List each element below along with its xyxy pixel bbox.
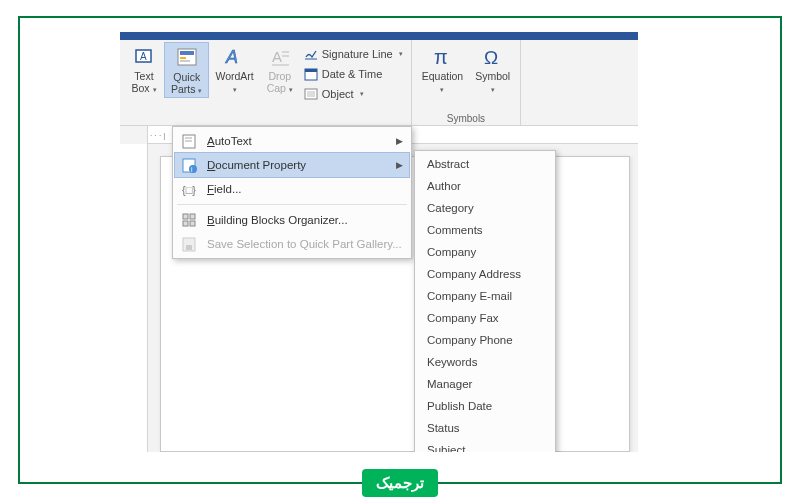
text-box-label2: Box (131, 82, 149, 94)
svg-text:Ω: Ω (484, 47, 498, 68)
dropdown-arrow-icon: ▾ (491, 86, 495, 93)
docprop-item[interactable]: Keywords (417, 351, 553, 373)
docprop-item[interactable]: Publish Date (417, 395, 553, 417)
drop-cap-label2: Cap (267, 82, 286, 94)
ruler-corner (120, 126, 148, 144)
document-property-submenu: AbstractAuthorCategoryCommentsCompanyCom… (414, 150, 556, 452)
menu-item-document-property[interactable]: i Document Property ▶ (174, 152, 410, 178)
menu-separator (177, 204, 407, 205)
object-icon (304, 87, 318, 101)
menu-docprop-rest: ocument Property (215, 159, 306, 171)
submenu-arrow-icon: ▶ (396, 160, 403, 170)
svg-text:A: A (225, 47, 238, 67)
dropdown-arrow-icon: ▾ (440, 86, 444, 93)
vertical-ruler (120, 144, 148, 452)
docprop-item[interactable]: Company (417, 241, 553, 263)
wordart-button[interactable]: A WordArt▾ (209, 42, 259, 96)
signature-line-icon (304, 47, 318, 61)
quick-parts-label2: Parts (171, 83, 196, 95)
ribbon-group-symbols: π Equation▾ Ω Symbol▾ Symbols (412, 40, 521, 126)
svg-text:π: π (434, 46, 448, 68)
dropdown-arrow-icon: ▾ (399, 50, 403, 58)
svg-rect-3 (180, 51, 194, 55)
save-selection-icon (181, 236, 197, 252)
dropdown-arrow-icon: ▾ (360, 90, 364, 98)
svg-rect-28 (190, 221, 195, 226)
docprop-item[interactable]: Author (417, 175, 553, 197)
docprop-item[interactable]: Abstract (417, 153, 553, 175)
menu-item-autotext[interactable]: AutoText ▶ (175, 129, 409, 153)
drop-cap-button[interactable]: A DropCap ▾ (260, 42, 300, 96)
svg-rect-25 (183, 214, 188, 219)
docprop-item[interactable]: Company E-mail (417, 285, 553, 307)
date-time-icon (304, 67, 318, 81)
dropdown-arrow-icon: ▾ (289, 86, 293, 93)
symbol-button[interactable]: Ω Symbol▾ (469, 42, 516, 96)
svg-rect-15 (307, 91, 315, 97)
field-icon: {□} (181, 181, 197, 197)
symbols-group-label: Symbols (412, 113, 520, 124)
svg-rect-13 (305, 69, 317, 72)
submenu-arrow-icon: ▶ (396, 136, 403, 146)
title-bar (120, 32, 638, 40)
autotext-icon (181, 133, 197, 149)
equation-button[interactable]: π Equation▾ (416, 42, 469, 96)
symbol-icon: Ω (481, 44, 505, 68)
text-box-label1: Text (134, 70, 153, 82)
signature-line-button[interactable]: Signature Line▾ (300, 44, 407, 64)
ribbon: A TextBox ▾ QuickParts ▾ A WordArt▾ (120, 40, 638, 126)
svg-rect-26 (190, 214, 195, 219)
dropdown-arrow-icon: ▾ (198, 87, 202, 94)
menu-item-save-selection: Save Selection to Quick Part Gallery... (175, 232, 409, 256)
symbol-label: Symbol (475, 70, 510, 82)
wordart-label: WordArt (215, 70, 253, 82)
docprop-item[interactable]: Category (417, 197, 553, 219)
svg-rect-4 (180, 57, 186, 59)
svg-rect-30 (186, 245, 192, 250)
equation-icon: π (430, 44, 454, 68)
text-small-buttons: Signature Line▾ Date & Time Object▾ (300, 42, 407, 104)
dropdown-arrow-icon: ▾ (153, 86, 157, 93)
quick-parts-icon (175, 45, 199, 69)
menu-save-selection-label: Save Selection to Quick Part Gallery... (207, 238, 403, 250)
docprop-item[interactable]: Subject (417, 439, 553, 452)
object-button[interactable]: Object▾ (300, 84, 407, 104)
object-label: Object (322, 88, 354, 100)
drop-cap-icon: A (268, 44, 292, 68)
wordart-icon: A (223, 44, 247, 68)
svg-text:A: A (272, 48, 282, 65)
docprop-item[interactable]: Company Fax (417, 307, 553, 329)
equation-label: Equation (422, 70, 463, 82)
quick-parts-label1: Quick (173, 71, 200, 83)
svg-text:A: A (140, 51, 147, 62)
text-box-button[interactable]: A TextBox ▾ (124, 42, 164, 96)
text-box-icon: A (132, 44, 156, 68)
docprop-item[interactable]: Company Phone (417, 329, 553, 351)
quick-parts-button[interactable]: QuickParts ▾ (164, 42, 209, 98)
svg-rect-5 (180, 60, 190, 62)
svg-rect-27 (183, 221, 188, 226)
docprop-item[interactable]: Status (417, 417, 553, 439)
signature-line-label: Signature Line (322, 48, 393, 60)
menu-field-rest: ield... (214, 183, 242, 195)
menu-item-building-blocks[interactable]: Building Blocks Organizer... (175, 208, 409, 232)
branding-logo: ترجمیک (362, 469, 438, 497)
menu-bb-rest: uilding Blocks Organizer... (215, 214, 348, 226)
word-window: A TextBox ▾ QuickParts ▾ A WordArt▾ (120, 32, 638, 452)
menu-item-field[interactable]: {□} Field... (175, 177, 409, 201)
docprop-item[interactable]: Company Address (417, 263, 553, 285)
docprop-item[interactable]: Comments (417, 219, 553, 241)
drop-cap-label1: Drop (268, 70, 291, 82)
document-property-icon: i (181, 157, 197, 173)
menu-autotext-rest: utoText (215, 135, 252, 147)
date-time-button[interactable]: Date & Time (300, 64, 407, 84)
dropdown-arrow-icon: ▾ (233, 86, 237, 93)
svg-text:{□}: {□} (182, 184, 196, 196)
quick-parts-menu: AutoText ▶ i Document Property ▶ {□} Fie… (172, 126, 412, 259)
ribbon-group-text: A TextBox ▾ QuickParts ▾ A WordArt▾ (120, 40, 412, 126)
building-blocks-icon (181, 212, 197, 228)
date-time-label: Date & Time (322, 68, 383, 80)
docprop-item[interactable]: Manager (417, 373, 553, 395)
